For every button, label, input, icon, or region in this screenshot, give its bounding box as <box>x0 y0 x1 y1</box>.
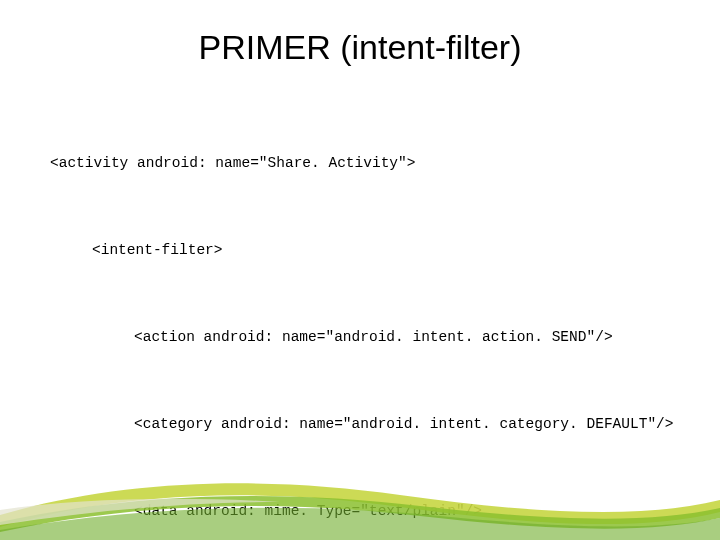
slide-title: PRIMER (intent-filter) <box>50 28 670 67</box>
code-line: <intent-filter> <box>50 236 670 265</box>
code-line: <category android: name="android. intent… <box>50 410 670 439</box>
code-line: <activity android: name="Share. Activity… <box>50 149 670 178</box>
code-block: <activity android: name="Share. Activity… <box>50 91 670 540</box>
code-line: <data android: mime. Type="text/plain"/> <box>50 497 670 526</box>
code-line: <action android: name="android. intent. … <box>50 323 670 352</box>
slide: PRIMER (intent-filter) <activity android… <box>0 0 720 540</box>
